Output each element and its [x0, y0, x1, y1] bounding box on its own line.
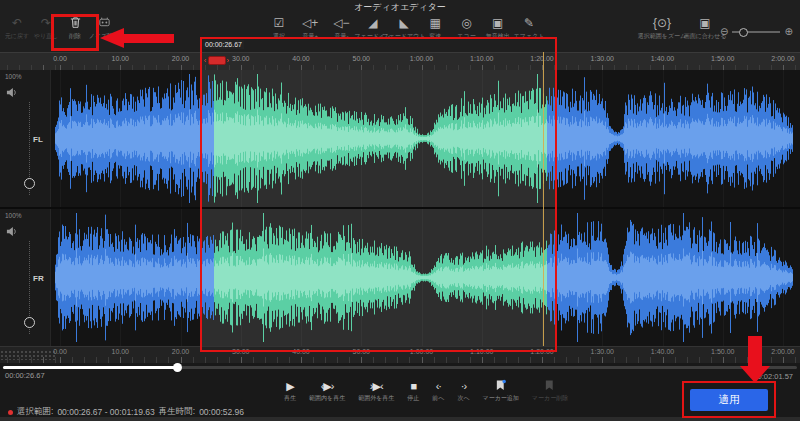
fade-in-icon: ◢	[368, 16, 377, 31]
next-label: 次へ	[457, 394, 469, 403]
next-button[interactable]: ·› 次へ	[457, 379, 469, 403]
silence-detect-icon: ▣	[492, 16, 503, 31]
effect-button[interactable]: ✎ エフェクト	[516, 16, 542, 41]
timeline-zoom-slider: ⊖ ⊕	[720, 26, 793, 37]
toolbar-right-group: {⊙} 選択範囲をズーム ▣ 画面に合わせる	[642, 16, 724, 41]
volume-up-icon: ◁+	[302, 16, 318, 31]
progress-fill	[3, 366, 177, 369]
apply-button[interactable]: 適用	[690, 389, 768, 411]
next-icon: ·›	[461, 379, 466, 393]
audio-editor-window: オーディオエディター ↶ 元に戻す ↷ やり直し 削除 ノイズ除去	[0, 0, 800, 421]
fade-out-button[interactable]: ◣ フェードアウト	[391, 16, 417, 41]
zoom-slider-handle[interactable]	[739, 28, 748, 37]
zoom-out-icon[interactable]: ⊖	[720, 26, 728, 37]
ruler-tick-label: 40.00	[292, 55, 310, 62]
delete-marker-label: マーカー削除	[532, 394, 568, 403]
zoom-in-icon[interactable]: ⊕	[784, 26, 792, 37]
redo-icon: ↷	[41, 16, 51, 31]
delete-button[interactable]: 削除	[62, 16, 88, 41]
volume-percent-label: 100%	[5, 73, 22, 80]
ruler-tick-label: 50.00	[352, 348, 370, 355]
channel-label-fl: FL	[33, 134, 43, 143]
ruler-tick-label: 1:30.00	[591, 55, 614, 62]
waveform-fl[interactable]	[53, 72, 795, 205]
speed-button[interactable]: ▦ 変速	[422, 16, 448, 41]
echo-button[interactable]: ◎ エコー	[454, 16, 480, 41]
page-title: オーディオエディター	[0, 1, 800, 13]
speaker-icon[interactable]	[6, 84, 17, 102]
effect-label: エフェクト	[514, 32, 545, 41]
denoise-button[interactable]: ノイズ除去	[91, 16, 117, 41]
speaker-icon[interactable]	[6, 223, 17, 241]
ruler-tick-label: 2:00.00	[771, 55, 794, 62]
progress-handle[interactable]	[173, 363, 182, 372]
volume-slider-handle[interactable]	[24, 178, 35, 189]
ruler-tick-label: 2:00.00	[771, 348, 794, 355]
ruler-tick-label: 1:30.00	[591, 348, 614, 355]
ruler-tick-label: 20.00	[172, 55, 190, 62]
total-time-label: 00:02:01.57	[753, 372, 793, 381]
footer-strip	[0, 417, 800, 421]
silence-detect-label: 無音検出	[486, 32, 510, 41]
selection-drag-bar[interactable]	[208, 56, 226, 65]
undo-button[interactable]: ↶ 元に戻す	[4, 16, 30, 41]
play-in-range-button[interactable]: ‹▶› 範囲内を再生	[309, 379, 345, 403]
undo-label: 元に戻す	[5, 32, 29, 41]
track-fl-controls: 100% FL	[0, 70, 51, 207]
zoom-slider-track[interactable]	[732, 31, 780, 33]
ruler-tick-label: 10.00	[111, 55, 129, 62]
waveform-fr[interactable]	[53, 211, 795, 344]
prev-button[interactable]: ‹· 前へ	[432, 379, 444, 403]
ruler-tick-label: 1:00.00	[410, 55, 433, 62]
ruler-tick-label: 30.00	[232, 348, 250, 355]
undo-icon: ↶	[12, 16, 22, 31]
volume-down-button[interactable]: ◁− 音量-	[329, 16, 355, 41]
fit-to-screen-button[interactable]: ▣ 画面に合わせる	[686, 16, 724, 41]
delete-marker-button[interactable]: マーカー削除	[532, 379, 568, 403]
timeline-ruler-top[interactable]: 0.0010.0020.0030.0040.0050.001:00.001:10…	[0, 52, 800, 71]
selection-right-arrow-icon[interactable]: ›	[227, 57, 230, 65]
zoom-to-selection-button[interactable]: {⊙} 選択範囲をズーム	[642, 16, 682, 41]
waveform-area[interactable]: 100% FL 100% FR	[0, 70, 800, 346]
add-marker-button[interactable]: マーカー追加	[483, 379, 519, 403]
play-icon: ▶	[286, 379, 293, 393]
playhead-time-tooltip: 00:00:26.67	[203, 40, 244, 49]
selection-left-arrow-icon[interactable]: ‹	[204, 57, 207, 65]
selection-handle-pill[interactable]: ‹ ›	[204, 56, 229, 65]
timeline-ruler-bottom[interactable]: 0.0010.0020.0030.0040.0050.001:00.001:10…	[0, 346, 800, 363]
redo-button[interactable]: ↷ やり直し	[33, 16, 59, 41]
ruler-tick-label: 1:50.00	[711, 55, 734, 62]
track-fr[interactable]: 100% FR	[0, 209, 800, 346]
ruler-tick-label: 1:00.00	[410, 348, 433, 355]
ruler-tick-label: 0.00	[53, 348, 67, 355]
play-out-range-button[interactable]: ›▶‹ 範囲外を再生	[358, 379, 394, 403]
ruler-tick-label: 1:40.00	[651, 55, 674, 62]
progress-track[interactable]	[3, 366, 797, 369]
playback-progress-row	[0, 362, 800, 372]
current-time-label: 00:00:26.67	[5, 371, 45, 380]
stop-icon: ■	[410, 379, 416, 393]
ruler-tick-label: 1:10.00	[470, 348, 493, 355]
stop-button[interactable]: ■ 停止	[407, 379, 419, 403]
volume-up-label: 音量+	[302, 32, 318, 41]
play-button[interactable]: ▶ 再生	[284, 379, 296, 403]
toolbar: オーディオエディター ↶ 元に戻す ↷ やり直し 削除 ノイズ除去	[0, 0, 800, 53]
silence-detect-button[interactable]: ▣ 無音検出	[485, 16, 511, 41]
select-tool-button[interactable]: ☑ 選択	[266, 16, 292, 41]
volume-down-label: 音量-	[335, 32, 349, 41]
add-marker-bookmark-icon	[495, 379, 506, 393]
playhead-line[interactable]	[200, 52, 201, 352]
volume-up-button[interactable]: ◁+ 音量+	[297, 16, 323, 41]
effect-pen-icon: ✎	[524, 16, 534, 31]
play-out-range-label: 範囲外を再生	[358, 394, 394, 403]
zoom-selection-icon: {⊙}	[653, 16, 671, 31]
toolbar-center-group: ☑ 選択 ◁+ 音量+ ◁− 音量- ◢ フェードイン ◣ フェードアウト ▦ …	[266, 16, 542, 41]
denoise-robot-icon	[98, 16, 111, 31]
speed-grid-icon: ▦	[430, 16, 441, 31]
prev-icon: ‹·	[436, 379, 441, 393]
channel-label-fr: FR	[33, 273, 44, 282]
ruler-tick-label: 1:20.00	[530, 55, 553, 62]
play-label: 再生	[284, 394, 296, 403]
track-fl[interactable]: 100% FL	[0, 70, 800, 207]
volume-slider-handle[interactable]	[24, 317, 35, 328]
